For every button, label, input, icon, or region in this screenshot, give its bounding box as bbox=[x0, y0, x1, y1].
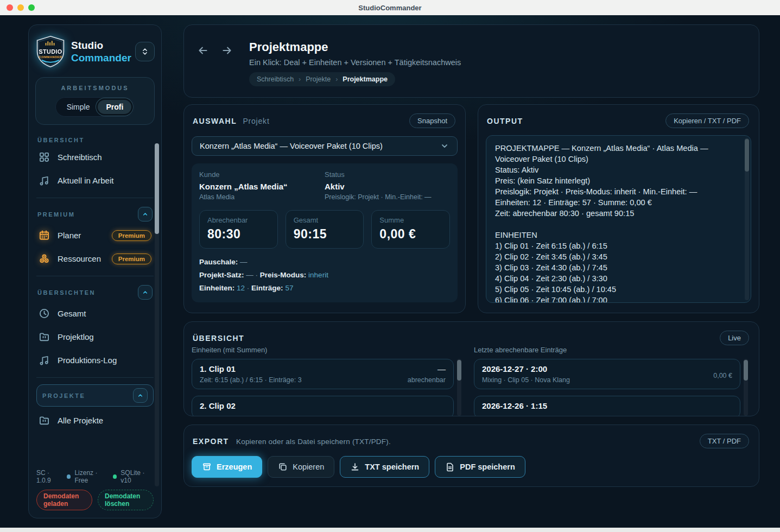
collapse-premium-button[interactable] bbox=[138, 207, 153, 221]
sidebar-item-projektlog[interactable]: Projektlog bbox=[36, 325, 154, 349]
einheit-meta: Zeit: 6:15 (ab.) / 6:15 · Einträge: 3 bbox=[200, 376, 302, 384]
license-label: Lizenz · Free bbox=[74, 469, 109, 484]
meta-label: Pauschale: bbox=[199, 258, 238, 266]
music-note-icon bbox=[39, 175, 50, 186]
collapse-uebersichten-button[interactable] bbox=[138, 285, 153, 300]
kunde-sub: Atlas Media bbox=[199, 193, 325, 201]
clock-icon bbox=[39, 308, 50, 319]
demodata-loaded-badge: Demodaten geladen bbox=[36, 490, 92, 510]
page-title: Projektmappe bbox=[249, 40, 461, 54]
eintrag-list-item[interactable]: 2026-12-27 · 2:00 Mixing · Clip 05 · Nov… bbox=[474, 359, 740, 389]
output-copy-txt-pdf-button[interactable]: Kopieren / TXT / PDF bbox=[665, 113, 749, 128]
einheiten-scrollbar[interactable] bbox=[457, 359, 461, 416]
scrollbar-thumb[interactable] bbox=[745, 139, 749, 172]
einheit-value-sub: abrechenbar bbox=[408, 376, 446, 384]
eintrag-title: 2026-12-26 · 1:15 bbox=[482, 401, 547, 410]
output-textarea[interactable]: PROJEKTMAPPE — Konzern „Atlas Media“ · A… bbox=[486, 135, 751, 303]
scrollbar-thumb[interactable] bbox=[744, 360, 748, 381]
export-title: EXPORT Kopieren oder als Datei speichern… bbox=[193, 437, 391, 446]
brand-line2: Commander bbox=[71, 52, 131, 64]
sidebar-item-label: Gesamt bbox=[58, 309, 86, 318]
folder-icon bbox=[39, 415, 50, 426]
section-label-uebersicht: ÜBERSICHT bbox=[37, 137, 85, 143]
pdf-speichern-button[interactable]: PDF speichern bbox=[435, 456, 525, 478]
sidebar-item-schreibtisch[interactable]: Schreibtisch bbox=[36, 145, 154, 169]
download-icon bbox=[350, 462, 360, 472]
eintrag-meta: Mixing · Clip 05 · Nova Klang bbox=[482, 376, 570, 384]
auswahl-label: AUSWAHL bbox=[193, 117, 237, 125]
sidebar-expand-button[interactable] bbox=[135, 42, 155, 61]
project-select[interactable]: Konzern „Atlas Media“ — Voiceover Paket … bbox=[192, 136, 458, 156]
sidebar: STUDIO COMMANDER Studio Commander ARBEIT… bbox=[28, 24, 162, 518]
breadcrumb-item[interactable]: Schreibtisch bbox=[257, 75, 294, 83]
sidebar-nav: ÜBERSICHT Schreibtisch Aktuell in Arbeit bbox=[29, 125, 161, 432]
project-select-value: Konzern „Atlas Media“ — Voiceover Paket … bbox=[200, 142, 383, 150]
kopieren-button[interactable]: Kopieren bbox=[268, 456, 334, 478]
db-dot-icon bbox=[113, 474, 117, 479]
meta-label: Projekt-Satz: bbox=[199, 271, 244, 279]
uebersicht-panel: ÜBERSICHT Live Einheiten (mit Summen) 1.… bbox=[183, 321, 759, 416]
snapshot-button[interactable]: Snapshot bbox=[409, 113, 455, 128]
workmode-segmented: Simple Profi bbox=[55, 97, 135, 117]
breadcrumb-item-current: Projektmappe bbox=[343, 75, 388, 83]
eintrag-list-item[interactable]: 2026-12-26 · 1:15 bbox=[474, 396, 740, 416]
workmode-option-profi[interactable]: Profi bbox=[98, 100, 131, 114]
output-scrollbar[interactable] bbox=[745, 138, 749, 300]
svg-text:COMMANDER: COMMANDER bbox=[39, 55, 62, 59]
sidebar-item-alle-projekte[interactable]: Alle Projekte bbox=[36, 409, 154, 432]
scrollbar-thumb[interactable] bbox=[155, 143, 159, 234]
breadcrumb-separator: › bbox=[299, 75, 301, 83]
stat-value: 80:30 bbox=[207, 227, 270, 242]
stat-summe: Summe 0,00 € bbox=[371, 210, 450, 249]
divider bbox=[36, 276, 154, 276]
export-label: EXPORT bbox=[193, 437, 229, 446]
meta-value: — bbox=[246, 271, 253, 279]
music-note-icon bbox=[39, 354, 50, 366]
meta-line-pauschale: Pauschale: — bbox=[199, 256, 450, 269]
meta-value: 57 bbox=[285, 284, 293, 292]
sidebar-item-label: Schreibtisch bbox=[58, 153, 102, 162]
meta-value: 12 bbox=[237, 284, 245, 292]
back-button[interactable] bbox=[197, 45, 209, 56]
divider bbox=[36, 198, 154, 198]
sidebar-item-ressourcen[interactable]: Ressourcen Premium bbox=[36, 247, 154, 270]
meta-sep: · bbox=[247, 284, 250, 292]
einheit-value: — bbox=[408, 364, 446, 373]
sidebar-item-produktions-log[interactable]: Produktions-Log bbox=[36, 349, 154, 372]
section-projekte-header[interactable]: PROJEKTE bbox=[36, 384, 154, 407]
sidebar-item-planer[interactable]: Planer Premium bbox=[36, 224, 154, 247]
sidebar-item-aktuell-in-arbeit[interactable]: Aktuell in Arbeit bbox=[36, 169, 154, 192]
chevron-up-icon bbox=[142, 211, 149, 218]
scrollbar-thumb[interactable] bbox=[457, 360, 461, 381]
section-label-premium: PREMIUM bbox=[37, 211, 75, 218]
status-value: Aktiv bbox=[325, 182, 450, 191]
forward-button[interactable] bbox=[221, 45, 233, 56]
stat-value: 0,00 € bbox=[379, 227, 442, 242]
auswahl-sublabel: Projekt bbox=[243, 117, 269, 125]
sidebar-scrollbar[interactable] bbox=[155, 143, 159, 486]
stat-label: Abrechenbar bbox=[207, 216, 270, 224]
export-panel: EXPORT Kopieren oder als Datei speichern… bbox=[183, 425, 759, 487]
sidebar-item-label: Produktions-Log bbox=[58, 356, 117, 365]
meta-value: inherit bbox=[308, 271, 328, 279]
grid-icon bbox=[39, 151, 50, 163]
breadcrumb-item[interactable]: Projekte bbox=[306, 75, 331, 83]
uebersicht-label: ÜBERSICHT bbox=[193, 334, 244, 343]
eintraege-scrollbar[interactable] bbox=[744, 359, 748, 416]
collapse-projekte-button[interactable] bbox=[133, 388, 148, 403]
sidebar-item-label: Planer bbox=[58, 231, 81, 240]
arrow-right-icon bbox=[221, 45, 233, 56]
einheit-list-item[interactable]: 1. Clip 01 Zeit: 6:15 (ab.) / 6:15 · Ein… bbox=[192, 359, 454, 389]
demodata-delete-button[interactable]: Demodaten löschen bbox=[98, 490, 154, 510]
eintraege-list-label: Letzte abrechenbare Einträge bbox=[474, 346, 748, 354]
erzeugen-button[interactable]: Erzeugen bbox=[192, 456, 262, 478]
txt-speichern-button[interactable]: TXT speichern bbox=[340, 456, 429, 478]
brand-line1: Studio bbox=[71, 39, 131, 52]
eintraege-column: Letzte abrechenbare Einträge 2026-12-27 … bbox=[474, 346, 748, 416]
einheit-title: 1. Clip 01 bbox=[200, 364, 302, 373]
txt-pdf-badge: TXT / PDF bbox=[700, 434, 749, 448]
workmode-option-simple[interactable]: Simple bbox=[59, 100, 98, 114]
sidebar-item-gesamt[interactable]: Gesamt bbox=[36, 302, 154, 325]
einheit-list-item[interactable]: 2. Clip 02 bbox=[192, 396, 454, 416]
status-label: Status bbox=[325, 170, 450, 179]
